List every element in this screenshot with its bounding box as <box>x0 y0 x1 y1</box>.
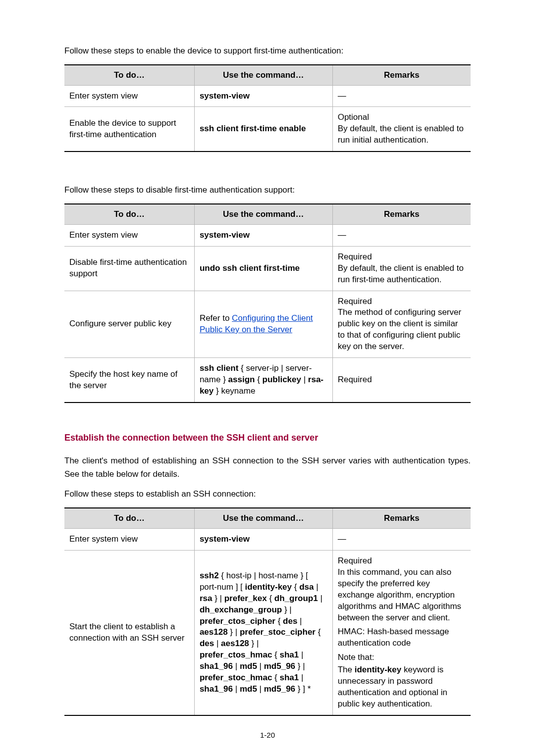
tx: { <box>267 594 274 603</box>
cell-todo: Enter system view <box>64 528 194 550</box>
cell-todo: Configure server public key <box>64 291 194 358</box>
tx: | <box>318 594 322 603</box>
table-row: Enter system view system-view — <box>64 528 471 550</box>
cell-remarks: — <box>332 224 471 246</box>
cell-todo: Enable the device to support first-time … <box>64 107 194 151</box>
intro-table2: Follow these steps to disable first-time… <box>64 184 471 197</box>
cell-cmd: system-view <box>194 528 332 550</box>
kw: des <box>200 639 214 648</box>
tx: } | <box>228 627 240 637</box>
col-remarks: Remarks <box>332 65 471 86</box>
cell-todo: Start the client to establish a connecti… <box>64 550 194 715</box>
kw: rsa <box>200 594 213 603</box>
tx: | <box>301 375 308 384</box>
table-row: Start the client to establish a connecti… <box>64 550 471 715</box>
tx: | <box>297 616 302 626</box>
tx: } ] * <box>295 684 311 694</box>
cell-cmd: ssh client first-time enable <box>194 107 332 151</box>
remark-line: In this command, you can also specify th… <box>338 567 466 624</box>
kw: md5 <box>240 684 257 694</box>
kw: dh_group1 <box>274 594 318 603</box>
tx: | <box>314 582 318 592</box>
intro-table1: Follow these steps to enable the device … <box>64 45 471 57</box>
tx: } | <box>282 605 292 614</box>
cell-todo: Specify the host key name of the server <box>64 358 194 403</box>
col-todo: To do… <box>64 65 194 86</box>
kw: md5_96 <box>264 684 295 694</box>
cell-cmd: undo ssh client first-time <box>194 246 332 291</box>
tx: { <box>316 627 321 637</box>
cell-remarks: Optional By default, the client is enabl… <box>332 107 471 151</box>
kw: sha1_96 <box>200 661 233 671</box>
remark-line: Note that: <box>338 652 466 663</box>
kw: sha1_96 <box>200 684 233 694</box>
kw: identity-key <box>355 665 401 674</box>
remark-line: By default, the client is enabled to run… <box>338 123 466 146</box>
kw: prefer_kex <box>224 594 267 603</box>
kw: assign <box>228 375 255 384</box>
cell-todo: Enter system view <box>64 224 194 246</box>
tx: | <box>299 650 303 659</box>
tx: { <box>292 582 299 592</box>
table-ssh-connection: To do… Use the command… Remarks Enter sy… <box>64 507 471 716</box>
tx: { <box>272 673 279 682</box>
table-header-row: To do… Use the command… Remarks <box>64 204 471 225</box>
cell-cmd: system-view <box>194 85 332 107</box>
table-row: Enter system view system-view — <box>64 85 471 107</box>
col-todo: To do… <box>64 204 194 225</box>
remark-line: Required <box>338 252 466 263</box>
cell-remarks: — <box>332 528 471 550</box>
cell-remarks: Required <box>332 358 471 403</box>
tx: { <box>275 616 283 626</box>
remark-line: Optional <box>338 112 466 123</box>
table-row: Configure server public key Refer to Con… <box>64 291 471 358</box>
kw: sha1 <box>279 650 299 659</box>
col-cmd: Use the command… <box>194 204 332 225</box>
remark-line: By default, the client is enabled to run… <box>338 263 466 286</box>
cell-cmd: ssh client { server-ip | server-name } a… <box>194 358 332 403</box>
table-header-row: To do… Use the command… Remarks <box>64 508 471 529</box>
text-prefix: Refer to <box>200 313 232 323</box>
tx: | <box>257 684 264 694</box>
tx: } | <box>295 661 305 671</box>
intro-table3a: The client's method of establishing an S… <box>64 454 471 481</box>
remark-line: Required <box>338 555 466 567</box>
table-row: Disable first-time authentication suppor… <box>64 246 471 291</box>
cell-remarks: Required By default, the client is enabl… <box>332 246 471 291</box>
table-row: Enable the device to support first-time … <box>64 107 471 151</box>
remark-line: HMAC: Hash-based message authentication … <box>338 626 466 649</box>
tx: { <box>272 650 279 659</box>
remark-line: The identity-key keyword is unnecessary … <box>338 664 466 710</box>
kw: aes128 <box>221 639 249 648</box>
tx: } | <box>212 594 224 603</box>
cell-cmd: system-view <box>194 224 332 246</box>
remark-line: The method of configuring server public … <box>338 307 466 353</box>
tx: | <box>233 661 240 671</box>
table-header-row: To do… Use the command… Remarks <box>64 65 471 86</box>
cell-remarks: Required The method of configuring serve… <box>332 291 471 358</box>
tx: | <box>233 684 240 694</box>
kw: ssh2 <box>200 571 219 580</box>
kw: dh_exchange_group <box>200 605 282 614</box>
tx: The <box>338 665 355 674</box>
tx: | <box>299 673 303 682</box>
table-row: Enter system view system-view — <box>64 224 471 246</box>
intro-table3b: Follow these steps to establish an SSH c… <box>64 488 471 501</box>
cell-todo: Enter system view <box>64 85 194 107</box>
kw: identity-key <box>245 582 292 592</box>
kw: prefer_ctos_cipher <box>200 616 275 626</box>
kw: dsa <box>299 582 314 592</box>
cell-remarks: — <box>332 85 471 107</box>
cell-cmd: Refer to Configuring the Client Public K… <box>194 291 332 358</box>
page-number: 1-20 <box>64 731 471 739</box>
tx: } | <box>249 639 259 648</box>
kw: prefer_stoc_hmac <box>200 673 272 682</box>
kw: prefer_stoc_cipher <box>240 627 316 637</box>
section-heading: Establish the connection between the SSH… <box>64 433 471 443</box>
remark-line: Required <box>338 296 466 307</box>
kw: publickey <box>263 375 301 384</box>
kw: md5_96 <box>264 661 295 671</box>
kw: sha1 <box>279 673 299 682</box>
col-remarks: Remarks <box>332 204 471 225</box>
col-remarks: Remarks <box>332 508 471 529</box>
